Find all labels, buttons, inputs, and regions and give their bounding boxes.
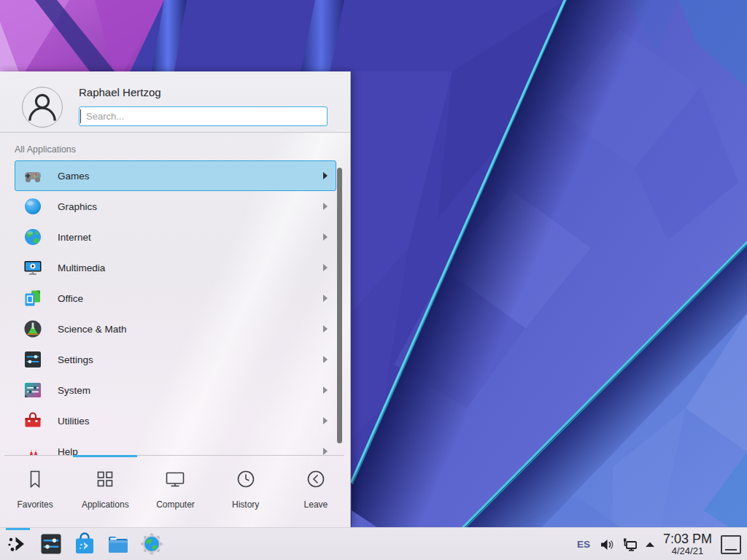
games-icon bbox=[23, 166, 42, 185]
active-task-indicator bbox=[6, 528, 30, 530]
category-utilities[interactable]: Utilities bbox=[15, 405, 336, 436]
category-help[interactable]: Help bbox=[15, 436, 336, 455]
submenu-arrow-icon bbox=[323, 417, 328, 424]
tabbar-separator bbox=[4, 455, 344, 456]
category-label: Help bbox=[58, 446, 78, 456]
submenu-arrow-icon bbox=[323, 172, 328, 179]
tab-computer[interactable]: Computer bbox=[140, 458, 210, 527]
taskbar-app-icons bbox=[6, 532, 163, 556]
tab-leave[interactable]: Leave bbox=[281, 458, 351, 527]
graphics-icon bbox=[23, 197, 42, 216]
submenu-arrow-icon bbox=[323, 264, 328, 271]
category-label: Utilities bbox=[58, 416, 90, 427]
show-desktop-button[interactable] bbox=[721, 535, 741, 554]
category-system[interactable]: System bbox=[15, 375, 336, 405]
system-icon bbox=[23, 381, 42, 400]
category-settings[interactable]: Settings bbox=[15, 344, 336, 375]
network-icon[interactable] bbox=[622, 537, 638, 553]
submenu-arrow-icon bbox=[323, 295, 328, 302]
desktop: Raphael Hertzog All Applications GamesGr… bbox=[0, 0, 747, 560]
tab-history[interactable]: History bbox=[211, 458, 281, 527]
tab-label: History bbox=[232, 499, 259, 510]
category-graphics[interactable]: Graphics bbox=[15, 191, 336, 222]
keyboard-layout-indicator[interactable]: ES bbox=[577, 539, 590, 550]
tab-label: Leave bbox=[304, 499, 328, 510]
category-list: GamesGraphicsInternetMultimediaOfficeSci… bbox=[0, 159, 351, 455]
discover-icon[interactable] bbox=[73, 532, 96, 556]
category-office[interactable]: Office bbox=[15, 283, 336, 314]
submenu-arrow-icon bbox=[323, 233, 328, 241]
system-settings-icon[interactable] bbox=[39, 532, 63, 556]
volume-icon[interactable] bbox=[599, 537, 615, 553]
launcher-tabbar: FavoritesApplicationsComputerHistoryLeav… bbox=[0, 458, 351, 527]
internet-icon bbox=[23, 228, 42, 246]
category-label: Games bbox=[58, 171, 90, 182]
history-icon bbox=[235, 468, 257, 493]
launcher-header: Raphael Hertzog bbox=[0, 71, 350, 133]
category-games[interactable]: Games bbox=[15, 160, 336, 191]
search-input[interactable] bbox=[79, 106, 328, 126]
category-label: Office bbox=[58, 293, 83, 304]
dolphin-icon[interactable] bbox=[107, 532, 130, 556]
category-internet[interactable]: Internet bbox=[15, 222, 336, 252]
favorites-icon bbox=[24, 468, 46, 493]
submenu-arrow-icon bbox=[323, 448, 328, 455]
computer-icon bbox=[164, 468, 186, 493]
active-tab-indicator bbox=[73, 455, 137, 457]
tab-label: Computer bbox=[156, 499, 195, 510]
category-label: Science & Math bbox=[58, 324, 127, 335]
tab-applications[interactable]: Applications bbox=[70, 458, 140, 527]
tab-favorites[interactable]: Favorites bbox=[0, 458, 70, 527]
section-label: All Applications bbox=[15, 144, 76, 155]
help-icon bbox=[23, 442, 42, 455]
submenu-arrow-icon bbox=[323, 203, 328, 210]
category-label: Graphics bbox=[58, 201, 97, 212]
user-avatar[interactable] bbox=[22, 87, 63, 128]
utilities-icon bbox=[23, 411, 42, 430]
science-icon bbox=[23, 319, 42, 338]
category-label: System bbox=[58, 385, 90, 396]
clock-time: 7:03 PM bbox=[663, 532, 712, 546]
text-caret bbox=[80, 109, 81, 123]
submenu-arrow-icon bbox=[323, 386, 328, 394]
application-launcher-menu: Raphael Hertzog All Applications GamesGr… bbox=[0, 71, 351, 527]
digital-clock[interactable]: 7:03 PM 4/24/21 bbox=[663, 532, 712, 556]
submenu-arrow-icon bbox=[323, 325, 328, 332]
system-tray: ES 7:0 bbox=[577, 528, 743, 560]
list-scrollbar[interactable] bbox=[337, 168, 342, 443]
category-multimedia[interactable]: Multimedia bbox=[15, 252, 336, 283]
user-icon bbox=[23, 88, 62, 127]
tab-label: Favorites bbox=[17, 499, 53, 510]
kickoff-launcher-icon[interactable] bbox=[6, 532, 29, 556]
submenu-arrow-icon bbox=[323, 356, 328, 363]
category-label: Multimedia bbox=[58, 262, 105, 273]
office-icon bbox=[23, 289, 42, 308]
clock-date: 4/24/21 bbox=[663, 546, 712, 556]
multimedia-icon bbox=[23, 258, 42, 277]
category-science-math[interactable]: Science & Math bbox=[15, 314, 336, 344]
applications-icon bbox=[94, 468, 116, 493]
category-label: Settings bbox=[58, 354, 93, 365]
leave-icon bbox=[305, 468, 327, 493]
browser-globe-icon[interactable] bbox=[140, 532, 163, 556]
user-name: Raphael Hertzog bbox=[79, 86, 161, 98]
settings-icon bbox=[23, 350, 42, 369]
tab-label: Applications bbox=[82, 499, 129, 510]
category-label: Internet bbox=[58, 232, 91, 243]
tray-expander-icon[interactable] bbox=[644, 539, 656, 551]
taskbar-panel: ES 7:0 bbox=[0, 527, 747, 560]
